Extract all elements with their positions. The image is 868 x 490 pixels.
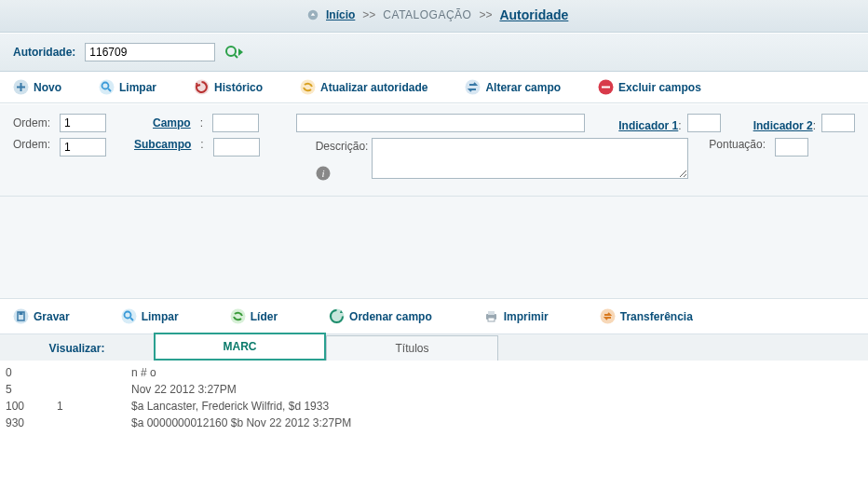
table-row: 1001$a Lancaster, Frederick Wilfrid, $d … bbox=[0, 398, 868, 415]
save-icon bbox=[13, 308, 29, 324]
limpar2-button[interactable]: Limpar bbox=[121, 308, 179, 324]
campo-input[interactable] bbox=[212, 114, 259, 132]
marc-ind bbox=[51, 381, 126, 398]
svg-rect-16 bbox=[20, 312, 23, 315]
imprimir-label: Imprimir bbox=[504, 310, 549, 323]
tab-titulos[interactable]: Títulos bbox=[326, 335, 498, 361]
sort-icon bbox=[329, 308, 345, 324]
authority-label: Autoridade: bbox=[13, 46, 75, 59]
campo-desc-input[interactable] bbox=[296, 114, 585, 132]
new-icon bbox=[13, 79, 29, 95]
marc-tag: 930 bbox=[0, 415, 51, 431]
ordem1-input[interactable] bbox=[60, 114, 106, 132]
novo-button[interactable]: Novo bbox=[13, 79, 61, 95]
home-icon bbox=[307, 9, 319, 20]
marc-ind bbox=[51, 415, 126, 431]
excluir-label: Excluir campos bbox=[618, 81, 701, 94]
alterar-button[interactable]: Alterar campo bbox=[465, 79, 561, 95]
subcampo-colon: : bbox=[200, 138, 203, 151]
svg-point-9 bbox=[466, 80, 481, 95]
breadcrumb-sep: >> bbox=[362, 8, 375, 21]
pontuacao-input[interactable] bbox=[775, 138, 808, 157]
table-row: 5Nov 22 2012 3:27PM bbox=[0, 381, 868, 398]
marc-value: n # o bbox=[126, 364, 868, 381]
campo-link[interactable]: Campo bbox=[153, 116, 191, 129]
alterar-label: Alterar campo bbox=[485, 81, 561, 94]
breadcrumb-sep: >> bbox=[479, 8, 492, 21]
marc-value: $a 0000000012160 $b Nov 22 2012 3:27PM bbox=[126, 415, 868, 431]
novo-label: Novo bbox=[34, 81, 61, 94]
leader-icon bbox=[230, 308, 246, 324]
campo-colon: : bbox=[200, 116, 203, 129]
print-icon bbox=[483, 308, 499, 324]
field-form: Ordem: Campo: Indicador 1: Indicador 2: … bbox=[0, 103, 868, 197]
refresh-icon bbox=[300, 79, 316, 95]
marc-ind bbox=[51, 364, 126, 381]
svg-point-1 bbox=[226, 47, 236, 56]
authority-input[interactable] bbox=[85, 43, 215, 61]
svg-point-8 bbox=[301, 80, 316, 95]
descricao-label: Descrição: bbox=[316, 140, 369, 153]
view-tabs-row: Visualizar: MARC Títulos bbox=[0, 334, 868, 361]
ordem2-label: Ordem: bbox=[13, 138, 50, 151]
indicador1-input[interactable] bbox=[687, 114, 721, 132]
swap-icon bbox=[465, 79, 481, 95]
svg-point-14 bbox=[14, 309, 29, 324]
svg-line-2 bbox=[235, 55, 237, 58]
limpar-label: Limpar bbox=[119, 81, 156, 94]
svg-text:i: i bbox=[321, 168, 324, 179]
atualizar-label: Atualizar autoridade bbox=[320, 81, 427, 94]
svg-point-25 bbox=[600, 309, 615, 324]
ordem-label: Ordem: bbox=[13, 116, 50, 129]
gravar-label: Gravar bbox=[34, 310, 70, 323]
ordenar-label: Ordenar campo bbox=[349, 310, 432, 323]
marc-value: Nov 22 2012 3:27PM bbox=[126, 381, 868, 398]
tab-marc[interactable]: MARC bbox=[154, 333, 326, 361]
svg-rect-23 bbox=[488, 311, 495, 315]
indicador1-link[interactable]: Indicador 1 bbox=[618, 119, 678, 132]
indicador2-input[interactable] bbox=[821, 114, 855, 132]
marc-table: 0n # o5Nov 22 2012 3:27PM1001$a Lancaste… bbox=[0, 364, 868, 431]
indicador2-link[interactable]: Indicador 2 bbox=[753, 119, 813, 132]
subcampo-input[interactable] bbox=[213, 138, 260, 157]
lider-label: Líder bbox=[251, 310, 278, 323]
visualizar-label: Visualizar: bbox=[0, 342, 154, 361]
toolbar-main: Novo Limpar Histórico Atualizar autorida… bbox=[0, 72, 868, 103]
lider-button[interactable]: Líder bbox=[230, 308, 278, 324]
marc-tag: 100 bbox=[0, 398, 51, 415]
clear-icon bbox=[121, 308, 137, 324]
subcampo-link[interactable]: Subcampo bbox=[134, 138, 191, 151]
atualizar-button[interactable]: Atualizar autoridade bbox=[300, 79, 427, 95]
marc-tag: 0 bbox=[0, 364, 51, 381]
historico-label: Histórico bbox=[214, 81, 263, 94]
history-icon bbox=[194, 79, 210, 95]
breadcrumb-home[interactable]: Início bbox=[326, 8, 355, 21]
svg-rect-24 bbox=[488, 318, 495, 321]
breadcrumb-current[interactable]: Autoridade bbox=[499, 7, 568, 22]
toolbar-bottom: Gravar Limpar Líder Ordenar campo Imprim… bbox=[0, 299, 868, 334]
results-blank-area bbox=[0, 197, 868, 299]
excluir-button[interactable]: Excluir campos bbox=[598, 79, 701, 95]
marc-value: $a Lancaster, Frederick Wilfrid, $d 1933 bbox=[126, 398, 868, 415]
marc-ind: 1 bbox=[51, 398, 126, 415]
ordem2-input[interactable] bbox=[60, 138, 106, 157]
ordenar-button[interactable]: Ordenar campo bbox=[329, 308, 432, 324]
pontuacao-label: Pontuação: bbox=[709, 138, 766, 151]
info-icon[interactable]: i bbox=[316, 166, 331, 181]
breadcrumb-catalog: CATALOGAÇÃO bbox=[383, 8, 471, 21]
marc-tag: 5 bbox=[0, 381, 51, 398]
transferencia-label: Transferência bbox=[620, 310, 693, 323]
transferencia-button[interactable]: Transferência bbox=[600, 308, 693, 324]
breadcrumb: Início >> CATALOGAÇÃO >> Autoridade bbox=[0, 0, 868, 33]
transfer-icon bbox=[600, 308, 616, 324]
clear-icon bbox=[99, 79, 115, 95]
imprimir-button[interactable]: Imprimir bbox=[483, 308, 549, 324]
delete-icon bbox=[598, 79, 614, 95]
search-go-icon[interactable] bbox=[224, 44, 245, 61]
authority-search-row: Autoridade: bbox=[0, 33, 868, 72]
gravar-button[interactable]: Gravar bbox=[13, 308, 70, 324]
limpar-button[interactable]: Limpar bbox=[99, 79, 156, 95]
table-row: 930$a 0000000012160 $b Nov 22 2012 3:27P… bbox=[0, 415, 868, 431]
descricao-textarea[interactable] bbox=[372, 138, 688, 179]
historico-button[interactable]: Histórico bbox=[194, 79, 263, 95]
